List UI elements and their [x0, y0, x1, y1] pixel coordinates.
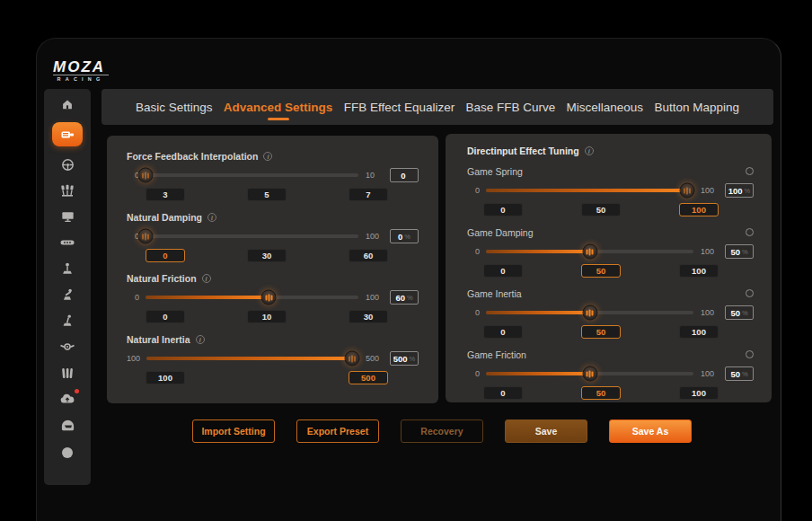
moza-racing-logo: MOZA RACING — [53, 60, 125, 82]
section-label: Game Damping — [467, 227, 534, 238]
slider-handle[interactable] — [680, 183, 695, 199]
preset-button[interactable]: 100 — [679, 264, 719, 278]
panel-title: Directinput Effect Tuning — [467, 146, 579, 156]
sidebar-item-wheelbase[interactable] — [52, 122, 83, 146]
slider-track[interactable] — [146, 296, 358, 299]
value-input[interactable]: 50% — [725, 366, 754, 381]
preset-button[interactable]: 30 — [247, 249, 287, 262]
info-icon[interactable]: i — [207, 213, 216, 222]
slider-handle[interactable] — [138, 168, 154, 183]
effect-toggle[interactable] — [746, 228, 754, 236]
preset-button[interactable]: 0 — [146, 249, 185, 262]
sidebar-item-monitor[interactable] — [52, 208, 83, 225]
slider-track[interactable] — [146, 173, 358, 177]
value-input[interactable]: 50% — [725, 244, 754, 259]
section-natural-damping: Natural Damping i 0 100 0% 0 30 60 — [127, 211, 419, 262]
sidebar-item-sequential-shifter[interactable] — [52, 313, 83, 329]
preset-button[interactable]: 5 — [247, 188, 287, 201]
sidebar-item-wheel-hub[interactable] — [52, 339, 83, 355]
preset-button[interactable]: 10 — [247, 310, 287, 323]
preset-button[interactable]: 50 — [581, 203, 621, 216]
value-input[interactable]: 60% — [390, 290, 419, 305]
value-input[interactable]: 0 — [390, 168, 419, 182]
settings-tab-bar: Basic Settings Advanced Settings FFB Eff… — [102, 89, 773, 125]
preset-button[interactable]: 100 — [679, 386, 719, 400]
preset-button[interactable]: 50 — [581, 386, 621, 400]
section-game-damping: Game Damping 0 100 50% 0 50 100 — [467, 226, 754, 278]
slider-handle[interactable] — [138, 229, 154, 244]
effect-toggle[interactable] — [746, 350, 754, 358]
slider-fill — [486, 250, 590, 253]
slider-track[interactable] — [486, 189, 693, 192]
directinput-effect-panel: Directinput Effect Tuning i Game Spring … — [446, 134, 772, 402]
info-icon[interactable]: i — [196, 335, 205, 344]
preset-button[interactable]: 100 — [146, 371, 185, 384]
sidebar-item-dash-display[interactable] — [52, 234, 83, 251]
preset-button[interactable]: 0 — [483, 325, 523, 339]
shifter-icon — [60, 261, 75, 277]
preset-button[interactable]: 60 — [349, 249, 388, 262]
sidebar-item-handbrake[interactable] — [52, 287, 83, 303]
info-icon[interactable]: i — [585, 146, 594, 155]
tab-button-mapping[interactable]: Button Mapping — [654, 101, 739, 114]
preset-button[interactable]: 0 — [483, 264, 523, 278]
tab-advanced-settings[interactable]: Advanced Settings — [224, 101, 333, 114]
section-label: Game Inertia — [467, 288, 522, 299]
value-input[interactable]: 50% — [725, 305, 754, 320]
effect-toggle[interactable] — [746, 167, 754, 175]
slider-track[interactable] — [146, 234, 358, 238]
slider-handle[interactable] — [582, 366, 597, 382]
export-preset-button[interactable]: Export Preset — [296, 419, 379, 443]
slider-track[interactable] — [146, 357, 358, 360]
sidebar-item-helmet[interactable] — [52, 417, 83, 433]
slider-handle[interactable] — [261, 290, 277, 305]
preset-button[interactable]: 100 — [679, 325, 719, 339]
sidebar-item-cloud-sync[interactable] — [52, 391, 83, 407]
sidebar-item-pedal-bars[interactable] — [52, 365, 83, 381]
slider-handle[interactable] — [582, 244, 597, 260]
wheel-hub-icon — [59, 341, 75, 352]
tab-ffb-effect-equalizer[interactable]: FFB Effect Equalizer — [344, 101, 455, 114]
preset-button[interactable]: 500 — [349, 371, 388, 384]
preset-button[interactable]: 0 — [483, 203, 523, 216]
sidebar-item-shifter[interactable] — [52, 260, 83, 277]
section-game-inertia: Game Inertia 0 100 50% 0 50 100 — [467, 287, 754, 339]
import-setting-button[interactable]: Import Setting — [192, 419, 275, 443]
preset-button[interactable]: 0 — [146, 310, 185, 323]
value-input[interactable]: 500% — [390, 351, 419, 366]
preset-button[interactable]: 0 — [483, 386, 523, 400]
slider-min-label: 0 — [467, 369, 480, 378]
value-input[interactable]: 0% — [390, 229, 419, 243]
tab-miscellaneous[interactable]: Miscellaneous — [567, 101, 644, 114]
slider-track[interactable] — [486, 250, 693, 253]
save-as-button[interactable]: Save As — [609, 419, 692, 443]
sidebar-item-pedals[interactable] — [52, 182, 83, 199]
profile-icon — [60, 444, 75, 458]
slider-handle[interactable] — [344, 351, 359, 366]
slider-track[interactable] — [486, 372, 693, 375]
preset-button[interactable]: 100 — [679, 203, 719, 216]
recovery-button[interactable]: Recovery — [401, 419, 483, 443]
info-icon[interactable]: i — [202, 274, 211, 283]
sidebar-item-profile[interactable] — [52, 443, 83, 459]
sidebar-item-steering-wheel[interactable] — [52, 156, 83, 172]
slider-max-label: 100 — [701, 369, 719, 378]
section-label: Natural Damping — [127, 212, 202, 223]
value-input[interactable]: 100% — [725, 183, 754, 198]
slider-min-label: 100 — [127, 354, 140, 363]
slider-min-label: 0 — [467, 186, 480, 195]
preset-button[interactable]: 3 — [146, 188, 185, 201]
effect-toggle[interactable] — [746, 289, 754, 297]
tab-basic-settings[interactable]: Basic Settings — [136, 101, 213, 114]
slider-track[interactable] — [486, 311, 693, 314]
sidebar-item-home[interactable] — [52, 96, 83, 112]
preset-button[interactable]: 50 — [581, 264, 621, 278]
tab-base-ffb-curve[interactable]: Base FFB Curve — [465, 101, 555, 114]
preset-button[interactable]: 50 — [581, 325, 621, 339]
wheelbase-icon — [59, 127, 75, 143]
preset-button[interactable]: 30 — [349, 310, 388, 323]
preset-button[interactable]: 7 — [349, 188, 388, 201]
save-button[interactable]: Save — [505, 419, 587, 443]
info-icon[interactable]: i — [263, 152, 272, 161]
slider-handle[interactable] — [582, 305, 597, 321]
